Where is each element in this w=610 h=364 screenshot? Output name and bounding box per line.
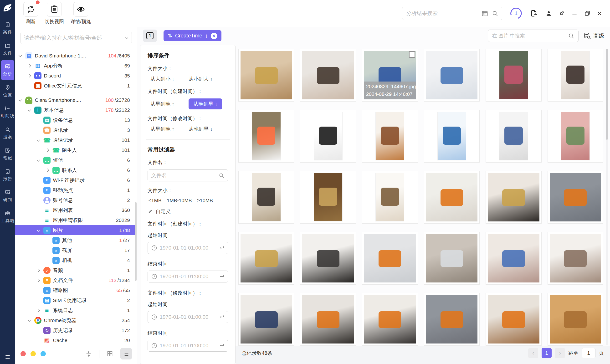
- nav-item-toolbox[interactable]: 工具箱: [1, 207, 14, 227]
- tree-node-Wi-Fi连接记录[interactable]: ≈Wi-Fi连接记录6: [15, 175, 135, 185]
- prev-page-button[interactable]: ‹: [528, 348, 538, 358]
- search-icon[interactable]: [218, 172, 224, 179]
- image-card-hermes-lindy-taupe-fur[interactable]: [547, 232, 603, 285]
- nav-item-search[interactable]: 搜索: [1, 123, 14, 143]
- tree-node-Office文件元信息[interactable]: ▣Office文件元信息1: [15, 81, 135, 91]
- nav-item-report[interactable]: 报告: [1, 165, 14, 185]
- nav-item-case[interactable]: 案件: [1, 18, 14, 38]
- pin-icon[interactable]: [558, 10, 565, 16]
- image-card-chanel-j12-watch-page[interactable]: [300, 110, 356, 163]
- tree-node-应用列表[interactable]: ≡应用列表360: [15, 205, 135, 215]
- image-card-gucci-2024-bags-grid[interactable]: [362, 171, 418, 224]
- mtime-end-input[interactable]: [160, 343, 216, 349]
- tree-node-账号信息[interactable]: 账号信息2: [15, 195, 135, 205]
- advanced-search-button[interactable]: 高级: [584, 32, 604, 39]
- image-card-zeva-hair-spa-post[interactable]: [486, 49, 541, 102]
- image-card-hermes-box-frame-trays[interactable]: [424, 171, 480, 224]
- image-card-black-mini-duffel-fur[interactable]: [238, 232, 294, 285]
- tree-node-基本信息[interactable]: i基本信息178/22122: [15, 105, 135, 115]
- tree-node-SIM卡使用记录[interactable]: ▤SIM卡使用记录2: [15, 295, 135, 305]
- tree-node-通讯录[interactable]: ☎通讯录3: [15, 125, 135, 135]
- tree-filter-input[interactable]: [24, 35, 123, 41]
- detail-preview-button[interactable]: 详情/预览: [71, 2, 91, 25]
- tree-node-Discord[interactable]: Discord35: [15, 71, 135, 81]
- image-card-hermes-bracelet-box[interactable]: [547, 171, 603, 224]
- custom-size-button[interactable]: 自定义: [148, 208, 228, 215]
- refresh-button[interactable]: 刷新: [23, 2, 38, 25]
- thumbnail-checkbox[interactable]: [409, 51, 415, 58]
- tree-node-缩略图[interactable]: ▲缩略图65/65: [15, 285, 135, 295]
- image-card-clara-profile-page[interactable]: [238, 110, 294, 163]
- chevron-down-icon[interactable]: [28, 108, 31, 112]
- grid-scrollbar[interactable]: [606, 49, 608, 345]
- image-card-hermes-watch-orange-box[interactable]: [424, 293, 480, 346]
- nav-item-files[interactable]: 文件: [1, 39, 14, 59]
- search-icon[interactable]: [492, 10, 498, 17]
- image-card-chanel-pouch-lanyard-fur[interactable]: [300, 232, 356, 285]
- image-card-tan-evelyne-closeup[interactable]: [547, 293, 603, 346]
- image-card-gg-marmont-pink-shelves[interactable]: [547, 110, 603, 163]
- tree-node-截屏[interactable]: ▲截屏17: [15, 245, 135, 255]
- image-card-idfc-balance-screen[interactable]: [424, 49, 480, 102]
- tree-filter-dropdown[interactable]: [21, 32, 132, 44]
- tree-node-移动热点[interactable]: ≈移动热点1: [15, 185, 135, 195]
- tree-node-文档文件[interactable]: ≡文档文件112/1284: [15, 275, 135, 285]
- chevron-right-icon[interactable]: [28, 64, 31, 67]
- tree-node-陌生人[interactable]: ☎陌生人101: [15, 145, 135, 155]
- size-option-10mb[interactable]: ≥10MB: [197, 198, 213, 203]
- grid-size-toggle[interactable]: 1: [143, 30, 157, 42]
- search-icon[interactable]: [568, 32, 574, 39]
- ctime-end-input[interactable]: [160, 273, 216, 280]
- image-card-black-evelyne-back-scarf[interactable]: [238, 293, 294, 346]
- calendar-icon[interactable]: [481, 10, 488, 17]
- tree-node-David Smartphone 1....[interactable]: ▤David Smartphone 1....104/6405: [15, 51, 135, 61]
- close-icon[interactable]: ×: [597, 9, 602, 17]
- nav-item-analysis[interactable]: 分析: [1, 60, 14, 80]
- image-card-linkedin-b2b-page[interactable]: [424, 110, 480, 163]
- image-card-black-evelyne-orange-box[interactable]: [300, 293, 356, 346]
- filename-filter-input[interactable]: [151, 172, 216, 179]
- next-page-button[interactable]: ›: [555, 348, 565, 358]
- export-icon[interactable]: [530, 10, 538, 17]
- chevron-right-icon[interactable]: [46, 169, 49, 172]
- sort-ctime-asc[interactable]: 从早到晚 ↑: [150, 101, 174, 107]
- tree-node-设备信息[interactable]: ▤设备信息13: [15, 115, 135, 125]
- tree-node-相机[interactable]: ▲相机4: [15, 255, 135, 265]
- tree-node-Clara Smartphone....[interactable]: Clara Smartphone....180/23728: [15, 95, 135, 105]
- image-card-brown-bag-on-orange-box[interactable]: [486, 293, 541, 346]
- restore-icon[interactable]: [584, 10, 590, 16]
- nav-item-location[interactable]: 位置: [1, 81, 14, 101]
- sort-size-desc[interactable]: 从大到小 ↓: [150, 76, 174, 82]
- tree-node-联系人[interactable]: …联系人6: [15, 165, 135, 175]
- grid-view-button[interactable]: [104, 348, 116, 360]
- tree-node-音频[interactable]: ♪音频1: [15, 265, 135, 275]
- tree-node-历史记录[interactable]: ↻历史记录172: [15, 325, 135, 335]
- image-card-black-evelyne-fur-box[interactable]: [362, 293, 418, 346]
- image-card-louis-vuitton-speedy-page[interactable]: [486, 110, 541, 163]
- nav-item-notes[interactable]: 笔记: [1, 144, 14, 164]
- ctime-start-input[interactable]: [160, 245, 216, 251]
- sort-size-asc[interactable]: 从小到大 ↑: [189, 76, 212, 82]
- image-card-hermes-lindy-canvas-strap[interactable]: [486, 232, 541, 285]
- sort-chip-close-icon[interactable]: ×: [211, 33, 217, 39]
- tree-node-通话记录[interactable]: ☎通话记录101: [15, 135, 135, 145]
- chevron-down-icon[interactable]: [19, 54, 22, 57]
- nav-item-research[interactable]: 研判: [1, 186, 14, 206]
- mtime-start-input[interactable]: [160, 314, 216, 320]
- image-card-woman-blue-blazer[interactable]: 20240829_144607.jpg2024-08-29 14:46:07: [362, 49, 418, 102]
- grid-scrollbar-thumb[interactable]: [606, 49, 608, 140]
- chevron-right-icon[interactable]: [46, 148, 49, 152]
- image-card-chanel-quilted-tote[interactable]: [486, 171, 541, 224]
- image-card-wrist-gold-watch[interactable]: [238, 49, 294, 102]
- collapse-all-button[interactable]: [83, 348, 94, 360]
- tree-node-图片[interactable]: ▲图片1/48: [15, 225, 135, 235]
- image-card-gucci-horsebit-collection-poster[interactable]: [300, 171, 356, 224]
- user-icon[interactable]: [546, 10, 552, 16]
- chevron-down-icon[interactable]: [19, 98, 22, 102]
- current-page-button[interactable]: 1: [542, 348, 552, 358]
- tree-node-短信[interactable]: …短信6: [15, 155, 135, 165]
- nav-item-timeline[interactable]: 时间线: [1, 102, 14, 122]
- image-card-woman-portrait-necklace[interactable]: [300, 49, 356, 102]
- global-search-input[interactable]: [406, 10, 478, 16]
- tree-node-其他[interactable]: ▲其他1/27: [15, 235, 135, 245]
